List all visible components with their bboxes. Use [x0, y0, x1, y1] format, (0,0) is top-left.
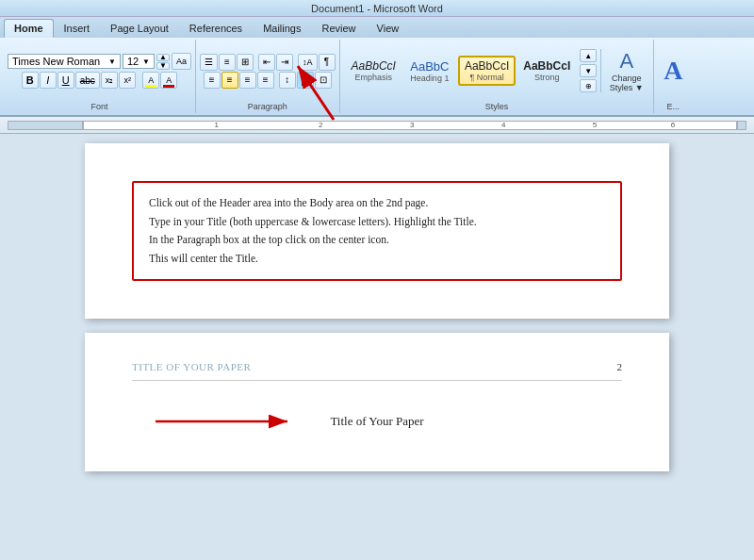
font-group-content: Times New Roman ▼ 12 ▼ ▲ ▼ Aa B I — [8, 41, 191, 100]
font-group: Times New Roman ▼ 12 ▼ ▲ ▼ Aa B I — [4, 40, 196, 113]
ribbon: Home Insert Page Layout References Maili… — [0, 17, 754, 117]
sort-btn[interactable]: ↕A — [298, 54, 318, 71]
para-marks-btn[interactable]: ¶ — [319, 54, 336, 71]
tab-page-layout[interactable]: Page Layout — [100, 19, 179, 38]
change-styles-icon: A — [619, 49, 633, 74]
instruction-line-1: Click out of the Header area into the Bo… — [149, 194, 605, 213]
tab-home[interactable]: Home — [4, 19, 54, 38]
font-size-dropdown[interactable]: 12 ▼ — [123, 54, 155, 69]
align-center-btn[interactable]: ≡ — [221, 72, 238, 89]
style-strong-sample: AaBbCcI — [523, 59, 570, 73]
styles-scroll-down[interactable]: ▼ — [580, 64, 597, 77]
font-size-text: 12 — [127, 56, 139, 67]
font-name-arrow[interactable]: ▼ — [108, 58, 116, 66]
tab-review[interactable]: Review — [311, 19, 366, 38]
ruler: 1 2 3 4 5 6 — [0, 117, 754, 134]
bold-btn[interactable]: B — [22, 72, 39, 89]
style-emphasis-btn[interactable]: AaBbCcI Emphasis — [346, 57, 402, 85]
extra-group-label: E... — [667, 100, 680, 111]
change-styles-label: Change Styles ▼ — [610, 74, 644, 92]
font-shrink-btn[interactable]: ▼ — [156, 62, 170, 70]
doc-area: Click out of the Header area into the Bo… — [0, 134, 754, 560]
instruction-line-3: In the Paragraph box at the top click on… — [149, 231, 605, 250]
line-spacing-btn[interactable]: ↕ — [279, 72, 296, 89]
paragraph-group-label: Paragraph — [248, 100, 287, 111]
decrease-indent-btn[interactable]: ⇤ — [258, 54, 275, 71]
font-color-btn[interactable]: A — [160, 72, 177, 89]
tab-references[interactable]: References — [179, 19, 253, 38]
extra-group-content: A — [659, 41, 687, 100]
font-grow-btn[interactable]: ▲ — [156, 54, 170, 61]
clear-format-btn[interactable]: Aa — [172, 53, 191, 70]
font-selector-row: Times New Roman ▼ 12 ▼ ▲ ▼ Aa — [8, 53, 191, 70]
paragraph-group: ☰ ≡ ⊞ ⇤ ⇥ ↕A ¶ ≡ ≡ — [196, 40, 340, 113]
page-2: TITLE OF YOUR PAPER 2 Title of Your Pape… — [85, 333, 669, 471]
extra-group: A E... — [654, 40, 692, 113]
change-styles-btn[interactable]: A Change Styles ▼ — [605, 47, 647, 94]
tab-view[interactable]: View — [367, 19, 410, 38]
tab-insert[interactable]: Insert — [54, 19, 101, 38]
style-normal-sample: AaBbCcI — [465, 59, 509, 73]
justify-btn[interactable]: ≡ — [257, 72, 274, 89]
styles-group: AaBbCcI Emphasis AaBbC Heading 1 AaBbCcI… — [340, 40, 655, 113]
paragraph-group-content: ☰ ≡ ⊞ ⇤ ⇥ ↕A ¶ ≡ ≡ — [200, 41, 336, 100]
ribbon-body: Times New Roman ▼ 12 ▼ ▲ ▼ Aa B I — [0, 38, 754, 115]
style-heading1-btn[interactable]: AaBbC Heading 1 — [403, 57, 456, 86]
style-emphasis-sample: AaBbCcI — [352, 59, 396, 73]
number-list-btn[interactable]: ≡ — [219, 54, 236, 71]
border-btn[interactable]: ⊡ — [315, 72, 332, 89]
superscript-btn[interactable]: x² — [119, 72, 136, 89]
style-strong-label: Strong — [523, 73, 570, 82]
extra-big-btn[interactable]: A — [659, 43, 687, 98]
page-1: Click out of the Header area into the Bo… — [85, 143, 669, 319]
font-name-text: Times New Roman — [12, 56, 100, 67]
font-group-label: Font — [91, 100, 108, 111]
page2-title-text: Title of Your Paper — [330, 414, 423, 428]
styles-group-content: AaBbCcI Emphasis AaBbC Heading 1 AaBbCcI… — [344, 41, 650, 100]
tab-row: Home Insert Page Layout References Maili… — [0, 17, 754, 38]
title-bar-text: Document1 - Microsoft Word — [311, 3, 443, 14]
bullet-list-btn[interactable]: ☰ — [200, 54, 218, 71]
font-format-row: B I U abc x₂ x² A A — [22, 72, 178, 89]
text-highlight-btn[interactable]: A — [142, 72, 159, 89]
styles-buttons-row: AaBbCcI Emphasis AaBbC Heading 1 AaBbCcI… — [344, 45, 650, 96]
styles-divider — [600, 49, 601, 92]
styles-group-label: Styles — [485, 100, 509, 111]
strikethrough-btn[interactable]: abc — [75, 72, 100, 89]
ruler-track: 1 2 3 4 5 6 — [83, 121, 737, 130]
align-right-btn[interactable]: ≡ — [239, 72, 256, 89]
instruction-line-2: Type in your Title (both uppercase & low… — [149, 213, 605, 232]
shading-btn[interactable]: █ — [297, 72, 314, 89]
style-normal-label: ¶ Normal — [465, 73, 509, 82]
page2-number: 2 — [617, 361, 623, 372]
page2-header-text: TITLE OF YOUR PAPER — [132, 361, 251, 372]
styles-expand[interactable]: ⊕ — [580, 79, 597, 92]
style-normal-btn[interactable]: AaBbCcI ¶ Normal — [458, 56, 516, 86]
page2-title-container: Title of Your Paper — [132, 400, 622, 443]
page2-title-arrow — [151, 407, 302, 436]
subscript-btn[interactable]: x₂ — [101, 72, 119, 89]
styles-scroll-up[interactable]: ▲ — [580, 49, 597, 62]
increase-indent-btn[interactable]: ⇥ — [276, 54, 293, 71]
style-heading1-sample: AaBbC — [409, 59, 451, 74]
underline-btn[interactable]: U — [57, 72, 74, 89]
style-heading1-label: Heading 1 — [409, 74, 451, 83]
page2-header: TITLE OF YOUR PAPER 2 — [132, 361, 622, 381]
style-strong-btn[interactable]: AaBbCcI Strong — [517, 57, 576, 85]
instruction-box: Click out of the Header area into the Bo… — [132, 181, 622, 281]
align-left-btn[interactable]: ≡ — [204, 72, 221, 89]
title-bar: Document1 - Microsoft Word — [0, 0, 754, 17]
para-top-row: ☰ ≡ ⊞ ⇤ ⇥ ↕A ¶ — [200, 54, 336, 71]
para-align-row: ≡ ≡ ≡ ≡ ↕ █ ⊡ — [204, 72, 332, 89]
multilevel-list-btn[interactable]: ⊞ — [237, 54, 254, 71]
instruction-line-4: This will center the Title. — [149, 250, 605, 269]
font-name-dropdown[interactable]: Times New Roman ▼ — [8, 54, 121, 69]
italic-btn[interactable]: I — [40, 72, 57, 89]
font-size-arrow[interactable]: ▼ — [142, 58, 150, 66]
tab-mailings[interactable]: Mailings — [253, 19, 311, 38]
style-emphasis-label: Emphasis — [352, 73, 396, 82]
